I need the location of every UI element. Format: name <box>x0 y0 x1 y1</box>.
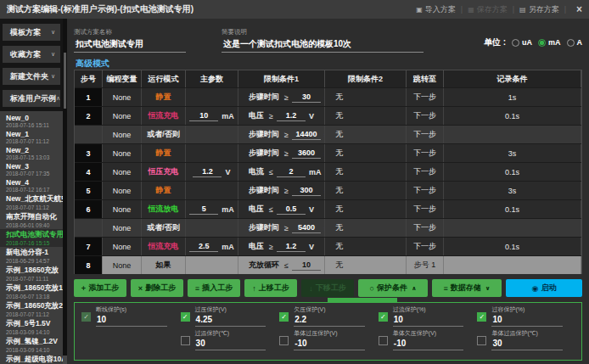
table-row[interactable]: None或者/否则步骤时间≥14400s无下一步 <box>75 125 581 143</box>
cell-over-temperature-protection-checkbox[interactable] <box>477 336 486 345</box>
limit-condition-2-cell: 无 <box>325 182 407 199</box>
cell-over-temperature-protection-input[interactable]: 30 <box>491 338 563 350</box>
mode-cell: 恒压充电 <box>142 163 186 181</box>
under-voltage-protection-input[interactable]: 2.2 <box>294 314 365 327</box>
plan-name-input[interactable]: 扣式电池测试专用 <box>74 37 186 53</box>
condition-value-input[interactable]: 1.2 <box>277 111 306 121</box>
list-item[interactable]: 示例_氢镍_1.2V2018-03-09 14:10 <box>0 336 63 354</box>
record-condition-cell: 3s <box>444 144 581 162</box>
condition-value-input[interactable]: 1.2 <box>277 242 306 252</box>
record-condition-cell: 0.1s <box>444 107 581 125</box>
sidebar-section-new-folder[interactable]: 新建文件夹∨ <box>3 68 60 85</box>
jump-to-cell: 下一步 <box>407 238 444 255</box>
over-voltage-protection-input[interactable]: 4.25 <box>195 314 266 327</box>
variable-cell: None <box>103 219 142 237</box>
table-row[interactable]: 3None静置步骤时间≥3600s无下一步3s <box>75 143 581 162</box>
over-temперature-protection-checkbox[interactable] <box>181 336 190 345</box>
table-row[interactable]: None或者/否则步骤时间≥5400s无下一步 <box>75 218 581 237</box>
plan-desc-label: 简要说明 <box>222 28 424 36</box>
cell-under-voltage-protection-checkbox[interactable] <box>379 336 388 345</box>
table-row[interactable]: 1None静置步骤时间≥30s无下一步1s <box>75 87 581 106</box>
list-item[interactable]: 示例_5号1.5V2018-03-09 14:10 <box>0 318 63 336</box>
title-bar: 测试方案编辑-(标准用户示例)-(扣式电池测试专用) ▣导入方案|▦保存方案|▤… <box>0 0 589 19</box>
plan-desc-input[interactable]: 这是一个测试扣式电池的模板10次 <box>222 37 424 53</box>
table-row[interactable]: 6None恒流放电5mA电压≤0.5V无下一步0.1s <box>75 199 581 218</box>
cell-under-voltage-protection-input[interactable]: -10 <box>393 338 464 350</box>
insert-step-button-label: 插入工步 <box>202 283 233 294</box>
step-number-cell: 8 <box>75 256 103 274</box>
list-item[interactable]: 示例_18650充放22018-07-07 11:12 <box>0 300 63 318</box>
close-button[interactable]: × <box>576 3 582 15</box>
list-item[interactable]: 扣式电池测试专用2018-07-16 15:15 <box>0 229 63 247</box>
mode-label: 恒压充电 <box>149 166 179 177</box>
condition-value-input[interactable]: 0.5 <box>277 204 306 215</box>
list-item[interactable]: New_北京航天航空2018-07-07 11:12 <box>0 193 63 211</box>
scrollbar-thumb[interactable] <box>64 53 66 109</box>
plan-name-label: 测试方案名称 <box>74 28 186 36</box>
list-item[interactable]: New_22018-07-15 13:03 <box>0 145 63 161</box>
unit-radio-A[interactable]: A <box>567 38 583 47</box>
cell-over-voltage-protection-checkbox[interactable] <box>279 336 289 345</box>
over-voltage-protection-checkbox[interactable]: ✓ <box>181 312 190 322</box>
variable-cell: None <box>103 107 142 125</box>
condition-value-input[interactable]: 300 <box>292 186 321 196</box>
cell-over-voltage-protection-input[interactable]: -10 <box>294 338 365 350</box>
over-capacity-protection-input[interactable]: 10 <box>491 314 563 327</box>
list-item[interactable]: 示例_18650充放2018-07-07 11:11 <box>0 265 63 283</box>
list-item[interactable]: New_42018-07-12 16:17 <box>0 177 63 193</box>
condition-value-input[interactable]: 10 <box>292 260 321 271</box>
condition-value-input[interactable]: 3600 <box>292 148 321 159</box>
sidebar-plan-list: New_02018-07-16 15:11New_12018-07-07 11:… <box>0 111 63 364</box>
line-break-protection-input[interactable]: 10 <box>96 314 167 327</box>
data-storage-button[interactable]: ≡数据存储∨ <box>432 279 502 297</box>
under-voltage-protection-checkbox[interactable]: ✓ <box>279 312 289 322</box>
condition-value-input[interactable]: 14400 <box>292 130 321 140</box>
list-item[interactable]: New_12018-07-07 11:12 <box>0 129 63 145</box>
table-row[interactable]: 4None恒压充电1.2V电流≤2mA无下一步0.1s <box>75 162 581 181</box>
list-item[interactable]: 示例_超级电容10A2018-03-09 14:10 <box>0 354 63 364</box>
main-param-input[interactable]: 5 <box>189 204 218 215</box>
import-plan-button[interactable]: ▣导入方案 <box>416 4 456 15</box>
list-item[interactable]: New_02018-07-16 15:11 <box>0 113 63 129</box>
main-param-cell <box>186 256 238 274</box>
sidebar-section-favorite-plans[interactable]: 收藏方案∨ <box>3 46 60 63</box>
limit-condition-2-cell: 无 <box>325 219 407 237</box>
list-item[interactable]: 新电池分容-12018-06-29 14:57 <box>0 247 63 265</box>
unit-radio-mA[interactable]: mA <box>538 38 561 47</box>
plan-date: 2018-07-07 11:12 <box>6 204 61 210</box>
condition-name: 步骤时间 <box>249 92 279 103</box>
delete-step-button[interactable]: ×删除工步 <box>131 279 183 297</box>
plan-date: 2018-03-09 14:10 <box>6 329 61 335</box>
condition-value-input[interactable]: 5400 <box>292 223 321 233</box>
insert-step-button[interactable]: ≡插入工步 <box>188 279 240 297</box>
limit-condition-2-cell: 无 <box>325 256 407 274</box>
over-current-protection-checkbox[interactable]: ✓ <box>379 312 388 322</box>
table-row[interactable]: 7None恒流充电2.5mA电压≥1.2V无下一步0.1s <box>75 237 581 255</box>
table-row[interactable]: 8None如果充放循环≤10无步号 1 <box>75 255 581 274</box>
table-row[interactable]: 2None恒流充电10mA电压≥1.2V无下一步0.1s <box>75 106 581 125</box>
move-up-button[interactable]: ↑上移工步 <box>244 279 297 297</box>
sidebar-section-template-plans[interactable]: 模板方案∨ <box>3 24 60 41</box>
main-param-input[interactable]: 1.2 <box>193 167 222 177</box>
plan-name: New_4 <box>6 178 61 187</box>
over-current-protection-input[interactable]: 10 <box>393 314 464 327</box>
list-item[interactable]: 南京开翔自动化2018-06-01 09:40 <box>0 211 63 229</box>
jump-to-cell: 下一步 <box>407 163 444 181</box>
over-temперature-protection-input[interactable]: 30 <box>195 338 266 350</box>
table-row[interactable]: 5None静置步骤时间≥300s无下一步3s <box>75 181 581 199</box>
main-param-input[interactable]: 2.5 <box>189 242 218 252</box>
start-button[interactable]: ◉启动 <box>506 279 582 297</box>
add-step-button[interactable]: +添加工步 <box>74 279 126 297</box>
unit-radio-uA[interactable]: uA <box>512 38 532 47</box>
sidebar-section-standard-user-examples[interactable]: 标准用户示例∧ <box>3 90 60 107</box>
condition-value-input[interactable]: 2 <box>277 167 306 177</box>
list-item[interactable]: New_32018-07-07 17:35 <box>0 161 63 177</box>
list-item[interactable]: 示例_18650充放12018-06-07 13:18 <box>0 283 63 300</box>
save-as-plan-button[interactable]: ▤另存方案 <box>519 4 559 15</box>
protection-button[interactable]: ○保护条件∧ <box>358 279 428 297</box>
over-capacity-protection-checkbox[interactable]: ✓ <box>477 312 486 322</box>
step-number-cell: 6 <box>75 200 103 218</box>
main-param-cell <box>186 144 238 162</box>
condition-value-input[interactable]: 30 <box>292 92 321 103</box>
main-param-input[interactable]: 10 <box>189 111 218 121</box>
